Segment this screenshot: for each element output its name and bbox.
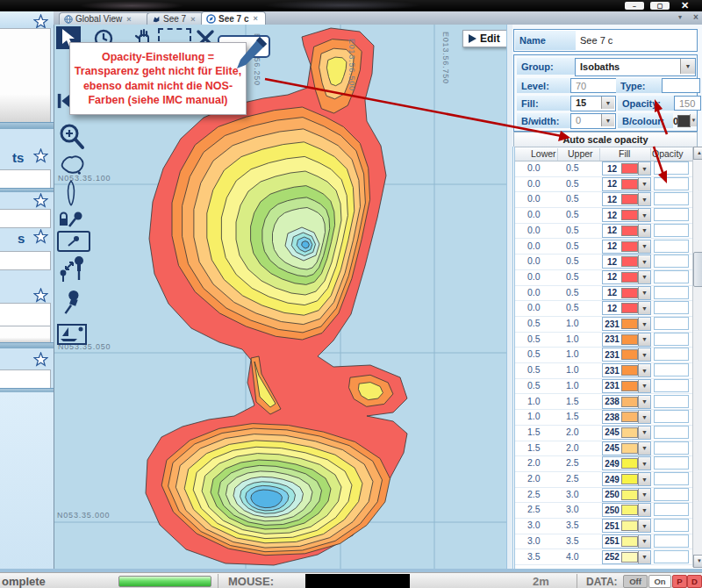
data-on-button[interactable]: On [648,575,671,588]
scroll-up-icon[interactable]: ▲ [693,147,702,160]
row-fill-dropdown[interactable]: 12▼ [602,301,651,315]
tab-close-icon[interactable]: × [190,15,195,24]
data-off-button[interactable]: Off [623,575,648,588]
dropdown-arrow-icon[interactable]: ▼ [638,535,650,548]
dropdown-arrow-icon[interactable]: ▼ [638,318,650,330]
row-fill-dropdown[interactable]: 249▼ [602,456,651,470]
pin-tool-button[interactable] [57,288,87,316]
auto-scale-opacity-button[interactable]: Auto scale opacity [513,132,698,147]
table-scrollbar[interactable]: ▲ ▼ [692,147,702,567]
dropdown-arrow-icon[interactable]: ▼ [638,551,650,563]
dropdown-arrow-icon[interactable]: ▼ [638,427,650,439]
row-opacity-input[interactable] [654,161,689,175]
row-fill-dropdown[interactable]: 231▼ [602,363,651,377]
isobath-row[interactable]: 0.00.512▼ [515,176,692,193]
name-value[interactable]: See 7 c [576,31,699,50]
dropdown-arrow-icon[interactable]: ▼ [638,240,650,253]
d-button[interactable]: D [687,575,702,588]
col-header-lower[interactable]: Lower [531,148,556,159]
tab-global-view[interactable]: Global View × [59,12,154,25]
dropdown-arrow-icon[interactable]: ▼ [638,411,650,423]
row-fill-dropdown[interactable]: 231▼ [602,333,651,347]
row-fill-dropdown[interactable]: 245▼ [602,426,651,440]
row-opacity-input[interactable] [654,441,689,455]
level-input[interactable]: 70 [570,78,617,93]
row-fill-dropdown[interactable]: 231▼ [602,379,651,393]
isobath-row[interactable]: 3.03.5251▼ [515,518,692,534]
scrollbar-thumb[interactable] [693,252,702,287]
isobath-row[interactable]: 0.00.512▼ [515,239,692,255]
row-opacity-input[interactable] [654,192,689,205]
edit-button[interactable]: Edit [462,30,506,47]
fill-dropdown[interactable]: 15 ▼ [570,96,616,111]
isobath-row[interactable]: 0.00.512▼ [515,254,692,270]
isobath-row[interactable]: 0.51.0231▼ [515,332,692,348]
dropdown-arrow-icon[interactable]: ▼ [638,333,650,346]
favorite-star-icon[interactable] [33,352,48,367]
isobath-row[interactable]: 0.51.0231▼ [515,347,692,363]
isobath-row[interactable]: 3.03.5251▼ [515,534,692,550]
dropdown-arrow-icon[interactable]: ▼ [638,193,650,205]
dropdown-arrow-icon[interactable]: ▼ [638,162,650,175]
row-fill-dropdown[interactable]: 238▼ [602,395,651,409]
tab-close-icon[interactable]: × [253,14,257,23]
row-opacity-input[interactable] [654,395,689,408]
tab-close-icon[interactable]: × [126,15,131,24]
dropdown-arrow-icon[interactable]: ▼ [638,348,650,361]
row-opacity-input[interactable] [654,519,689,532]
sidebar-input[interactable] [0,169,51,189]
row-opacity-input[interactable] [654,503,689,516]
isobath-row[interactable]: 0.51.0231▼ [515,378,692,395]
tab-see-7[interactable]: See 7 × [147,12,208,25]
dropdown-arrow-icon[interactable]: ▼ [638,504,650,516]
sidebar-input[interactable] [0,209,51,228]
row-fill-dropdown[interactable]: 12▼ [602,208,651,222]
dropdown-arrow-icon[interactable]: ▼ [601,97,614,109]
tab-list-dropdown-icon[interactable]: ▾ [678,13,682,21]
bcolour-swatch[interactable] [677,115,691,127]
scene-image-tool-button[interactable] [57,323,87,346]
isobath-row[interactable]: 0.51.0231▼ [515,316,692,333]
sidebar-listbox[interactable] [0,28,51,123]
row-opacity-input[interactable] [654,534,689,548]
pin-box-tool-button[interactable] [57,231,90,252]
row-fill-dropdown[interactable]: 12▼ [602,270,651,284]
isobath-row[interactable]: 0.00.512▼ [515,223,692,240]
isobath-row[interactable]: 1.01.5238▼ [515,394,692,411]
dropdown-arrow-icon[interactable]: ▼ [638,380,650,392]
row-fill-dropdown[interactable]: 251▼ [602,519,651,533]
dropdown-arrow-icon[interactable]: ▼ [638,302,650,314]
col-header-upper[interactable]: Upper [568,148,593,159]
row-fill-dropdown[interactable]: 249▼ [602,472,651,486]
dropdown-arrow-icon[interactable]: ▼ [638,271,650,283]
sidebar-input[interactable] [0,251,51,270]
dropdown-arrow-icon[interactable]: ▼ [638,225,650,237]
favorite-star-icon[interactable] [33,14,48,29]
isobath-row[interactable]: 0.00.512▼ [515,161,692,177]
isobath-row[interactable]: 2.02.5249▼ [515,455,692,472]
row-opacity-input[interactable] [654,224,689,237]
row-fill-dropdown[interactable]: 12▼ [602,224,651,238]
opacity-input[interactable]: 150 [674,96,701,111]
row-opacity-input[interactable] [654,550,689,563]
row-opacity-input[interactable] [654,426,689,439]
isobath-row[interactable]: 2.53.0250▼ [515,502,692,519]
row-opacity-input[interactable] [654,410,689,423]
dropdown-arrow-icon[interactable]: ▼ [638,473,650,485]
row-opacity-input[interactable] [654,488,689,501]
lock-pin-tool-button[interactable] [57,209,85,230]
dropdown-arrow-icon[interactable]: ▼ [638,287,650,299]
favorite-star-icon[interactable] [33,229,48,244]
row-opacity-input[interactable] [654,177,689,190]
scroll-down-icon[interactable]: ▼ [693,555,702,568]
isobath-row[interactable]: 1.52.0245▼ [515,425,692,441]
move-pins-tool-button[interactable] [57,255,87,283]
isobath-row[interactable]: 2.53.0250▼ [515,487,692,504]
row-opacity-input[interactable] [654,333,689,346]
dropdown-arrow-icon[interactable]: ▼ [690,114,697,126]
row-opacity-input[interactable] [654,317,689,330]
row-opacity-input[interactable] [654,379,689,392]
isobath-row[interactable]: 0.00.512▼ [515,285,692,302]
col-header-opacity[interactable]: Opacity [652,148,684,159]
row-fill-dropdown[interactable]: 12▼ [602,161,651,176]
